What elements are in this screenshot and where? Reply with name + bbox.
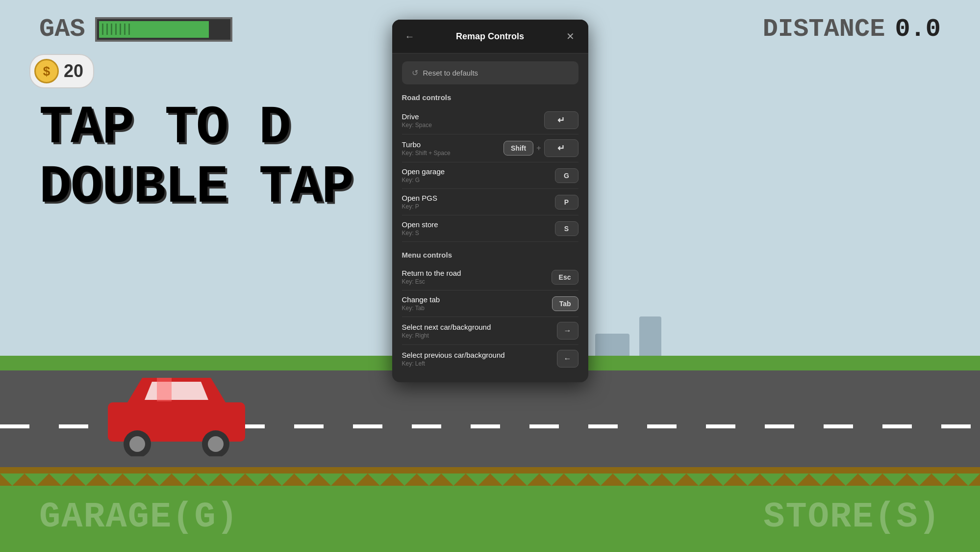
turbo-control-row: Turbo Key: Shift + Space Shift + ↵ bbox=[402, 134, 578, 162]
next-car-control-name: Select next car/background bbox=[402, 323, 491, 331]
store-label: STORE(S) bbox=[763, 497, 941, 537]
distance-section: DISTANCE 0.0 bbox=[763, 15, 941, 44]
next-car-key-hint: Key: Right bbox=[402, 332, 491, 339]
gas-bar bbox=[95, 17, 232, 42]
svg-point-6 bbox=[129, 436, 145, 452]
gas-fill bbox=[99, 21, 209, 38]
turbo-shift-key[interactable]: Shift bbox=[503, 141, 533, 156]
open-store-key-hint: Key: S bbox=[402, 230, 438, 237]
change-tab-key-binding: Tab bbox=[552, 296, 578, 311]
open-store-control-info: Open store Key: S bbox=[402, 220, 438, 237]
next-car-control-row: Select next car/background Key: Right → bbox=[402, 317, 578, 345]
drive-key-binding: ↵ bbox=[544, 111, 578, 129]
store-s-key[interactable]: S bbox=[555, 221, 578, 236]
open-store-control-row: Open store Key: S S bbox=[402, 215, 578, 242]
reset-defaults-button[interactable]: ↺ Reset to defaults bbox=[402, 61, 578, 84]
open-store-control-name: Open store bbox=[402, 220, 438, 229]
left-arrow-key[interactable]: ← bbox=[557, 350, 578, 368]
drive-control-row: Drive Key: Space ↵ bbox=[402, 106, 578, 134]
drive-space-key[interactable]: ↵ bbox=[544, 111, 578, 129]
next-car-key-binding: → bbox=[557, 322, 578, 340]
change-tab-control-row: Change tab Key: Tab Tab bbox=[402, 290, 578, 317]
tab-key[interactable]: Tab bbox=[552, 296, 578, 311]
reset-label: Reset to defaults bbox=[423, 69, 478, 77]
modal-header: ← Remap Controls ✕ bbox=[392, 20, 588, 53]
remap-controls-modal: ← Remap Controls ✕ ↺ Reset to defaults R… bbox=[392, 20, 588, 382]
tap-text: TAP TO D DOUBLE TAP bbox=[39, 98, 353, 217]
coin-count: 20 bbox=[64, 61, 83, 81]
return-road-key-hint: Key: Esc bbox=[402, 278, 461, 285]
garage-g-key[interactable]: G bbox=[555, 168, 578, 183]
open-store-key-binding: S bbox=[555, 221, 578, 236]
open-pgs-key-hint: Key: P bbox=[402, 203, 438, 210]
modal-title: Remap Controls bbox=[418, 31, 563, 42]
plus-sign: + bbox=[536, 144, 541, 153]
return-road-control-row: Return to the road Key: Esc Esc bbox=[402, 264, 578, 290]
road-controls-heading: Road controls bbox=[402, 93, 578, 102]
bottom-labels: GARAGE(G) STORE(S) bbox=[0, 497, 980, 537]
turbo-control-info: Turbo Key: Shift + Space bbox=[402, 140, 451, 157]
change-tab-key-hint: Key: Tab bbox=[402, 305, 440, 312]
right-arrow-key[interactable]: → bbox=[557, 322, 578, 340]
open-garage-control-name: Open garage bbox=[402, 167, 445, 176]
gas-label: GAS bbox=[39, 15, 85, 44]
open-garage-key-hint: Key: G bbox=[402, 177, 445, 184]
reset-icon: ↺ bbox=[412, 68, 418, 78]
svg-rect-4 bbox=[157, 378, 172, 401]
open-garage-control-info: Open garage Key: G bbox=[402, 167, 445, 184]
coin-icon: $ bbox=[34, 59, 59, 83]
coin-display: $ 20 bbox=[29, 54, 94, 88]
open-pgs-control-row: Open PGS Key: P P bbox=[402, 189, 578, 215]
prev-car-control-row: Select previous car/background Key: Left… bbox=[402, 345, 578, 372]
change-tab-control-info: Change tab Key: Tab bbox=[402, 295, 440, 312]
back-button[interactable]: ← bbox=[402, 28, 418, 44]
prev-car-key-hint: Key: Left bbox=[402, 360, 505, 367]
garage-label: GARAGE(G) bbox=[39, 497, 239, 537]
turbo-control-name: Turbo bbox=[402, 140, 451, 149]
prev-car-control-info: Select previous car/background Key: Left bbox=[402, 351, 505, 367]
open-pgs-control-name: Open PGS bbox=[402, 194, 438, 202]
change-tab-control-name: Change tab bbox=[402, 295, 440, 304]
return-road-control-name: Return to the road bbox=[402, 269, 461, 277]
distance-value: 0.0 bbox=[895, 15, 941, 44]
svg-marker-0 bbox=[0, 473, 980, 486]
prev-car-control-name: Select previous car/background bbox=[402, 351, 505, 359]
drive-control-name: Drive bbox=[402, 112, 432, 121]
distance-label: DISTANCE bbox=[763, 15, 885, 44]
turbo-key-hint: Key: Shift + Space bbox=[402, 150, 451, 157]
open-pgs-key-binding: P bbox=[555, 195, 578, 210]
svg-marker-3 bbox=[145, 382, 208, 400]
svg-point-8 bbox=[208, 436, 224, 452]
return-road-control-info: Return to the road Key: Esc bbox=[402, 269, 461, 285]
drive-key-hint: Key: Space bbox=[402, 122, 432, 129]
open-garage-key-binding: G bbox=[555, 168, 578, 183]
car bbox=[98, 368, 255, 456]
open-garage-control-row: Open garage Key: G G bbox=[402, 162, 578, 189]
modal-body: ↺ Reset to defaults Road controls Drive … bbox=[392, 53, 588, 382]
close-button[interactable]: ✕ bbox=[563, 28, 578, 44]
drive-control-info: Drive Key: Space bbox=[402, 112, 432, 129]
open-pgs-control-info: Open PGS Key: P bbox=[402, 194, 438, 210]
gas-section: GAS bbox=[39, 15, 232, 44]
prev-car-key-binding: ← bbox=[557, 350, 578, 368]
turbo-space-key[interactable]: ↵ bbox=[544, 139, 578, 157]
pgs-p-key[interactable]: P bbox=[555, 195, 578, 210]
next-car-control-info: Select next car/background Key: Right bbox=[402, 323, 491, 339]
return-road-key-binding: Esc bbox=[552, 270, 578, 285]
turbo-key-binding: Shift + ↵ bbox=[503, 139, 578, 157]
zigzag-pattern bbox=[0, 473, 980, 486]
esc-key[interactable]: Esc bbox=[552, 270, 578, 285]
menu-controls-heading: Menu controls bbox=[402, 251, 578, 259]
